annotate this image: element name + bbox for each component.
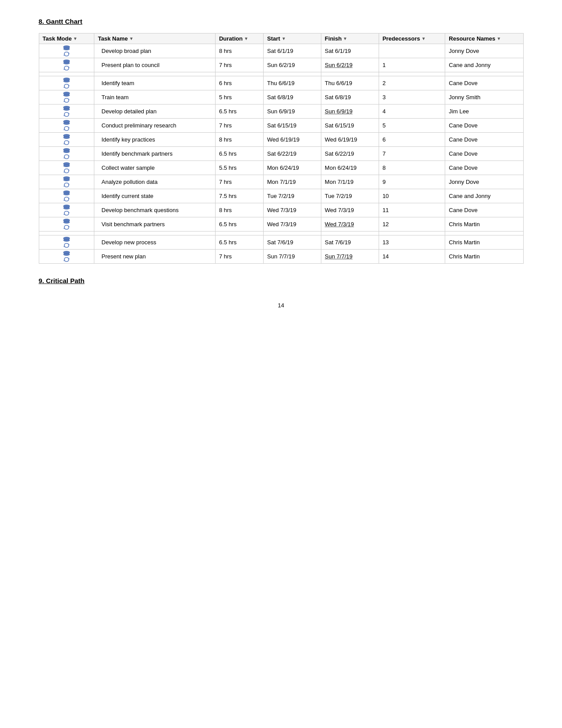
table-row: Develop benchmark questions8 hrsWed 7/3/… <box>39 203 523 217</box>
duration-cell: 6.5 hrs <box>215 147 263 161</box>
task-name-cell: Conduct preliminary research <box>94 119 216 133</box>
start-cell: Sat 6/8/19 <box>264 90 321 105</box>
finish-cell <box>321 72 379 76</box>
finish-cell: Sat 7/6/19 <box>321 235 379 250</box>
start-cell <box>264 72 321 76</box>
task-mode-top-icon <box>63 176 71 182</box>
resource-names-cell: Jonny Smith <box>445 90 523 105</box>
table-row: Present plan to council7 hrsSun 6/2/19Su… <box>39 58 523 72</box>
duration-cell: 7.5 hrs <box>215 189 263 203</box>
finish-cell: Sat 6/22/19 <box>321 147 379 161</box>
duration-cell: 7 hrs <box>215 175 263 189</box>
finish-cell: Mon 6/24/19 <box>321 161 379 175</box>
sort-arrow-task-name[interactable]: ▼ <box>129 36 134 41</box>
task-mode-cell <box>39 44 94 58</box>
th-finish[interactable]: Finish ▼ <box>321 34 379 44</box>
finish-cell: Thu 6/6/19 <box>321 76 379 90</box>
finish-cell: Sat 6/1/19 <box>321 44 379 58</box>
table-row: Identify current state7.5 hrsTue 7/2/19T… <box>39 189 523 203</box>
svg-marker-38 <box>68 184 70 185</box>
table-row: Analyze pollution data7 hrsMon 7/1/19Mon… <box>39 175 523 189</box>
sort-arrow-duration[interactable]: ▼ <box>244 36 248 41</box>
svg-marker-50 <box>68 226 70 227</box>
finish-cell: Wed 6/19/19 <box>321 133 379 147</box>
start-cell: Sat 6/15/19 <box>264 119 321 133</box>
resource-names-cell: Jonny Dove <box>445 175 523 189</box>
task-mode-bottom-icon <box>63 98 70 103</box>
duration-cell: 5.5 hrs <box>215 161 263 175</box>
task-name-cell: Collect water sample <box>94 161 216 175</box>
duration-cell <box>215 231 263 235</box>
task-mode-top-icon <box>63 92 71 97</box>
predecessors-cell: 4 <box>379 105 445 119</box>
task-mode-cell <box>39 119 94 133</box>
task-mode-top-icon <box>63 205 71 210</box>
task-mode-top-icon <box>63 134 71 140</box>
task-mode-cell <box>39 58 94 72</box>
task-name-cell: Identify team <box>94 76 216 90</box>
task-mode-top-icon <box>63 148 71 154</box>
th-task-name[interactable]: Task Name ▼ <box>94 34 216 44</box>
finish-cell: Tue 7/2/19 <box>321 189 379 203</box>
start-cell: Wed 7/3/19 <box>264 217 321 231</box>
th-start[interactable]: Start ▼ <box>264 34 321 44</box>
predecessors-cell <box>379 44 445 58</box>
th-predecessors[interactable]: Predecessors ▼ <box>379 34 445 44</box>
svg-point-1 <box>63 48 70 50</box>
section-heading-gantt: 8. Gantt Chart <box>39 18 524 25</box>
gantt-table: Task Mode ▼ Task Name ▼ Duration ▼ <box>39 33 524 264</box>
duration-cell: 8 hrs <box>215 133 263 147</box>
predecessors-cell: 13 <box>379 235 445 250</box>
task-mode-bottom-icon <box>63 140 70 145</box>
th-resource-names[interactable]: Resource Names ▼ <box>445 34 523 44</box>
start-cell: Sun 6/2/19 <box>264 58 321 72</box>
resource-names-cell: Chris Martin <box>445 217 523 231</box>
predecessors-cell: 9 <box>379 175 445 189</box>
predecessors-cell: 7 <box>379 147 445 161</box>
svg-point-45 <box>63 207 70 209</box>
start-cell: Sun 6/9/19 <box>264 105 321 119</box>
resource-names-cell: Cane and Jonny <box>445 189 523 203</box>
task-mode-top-icon <box>63 237 71 243</box>
svg-marker-34 <box>68 170 70 171</box>
svg-point-29 <box>63 151 70 153</box>
task-mode-top-icon <box>63 106 71 112</box>
finish-cell: Mon 7/1/19 <box>321 175 379 189</box>
duration-cell: 6.5 hrs <box>215 217 263 231</box>
task-name-cell: Develop benchmark questions <box>94 203 216 217</box>
task-mode-cell <box>39 175 94 189</box>
resource-names-cell: Cane and Jonny <box>445 58 523 72</box>
svg-marker-54 <box>68 244 70 245</box>
resource-names-cell: Cane Dove <box>445 147 523 161</box>
predecessors-cell <box>379 72 445 76</box>
predecessors-cell: 6 <box>379 133 445 147</box>
svg-point-5 <box>63 62 70 64</box>
svg-marker-42 <box>68 198 70 199</box>
sort-arrow-predecessors[interactable]: ▼ <box>421 36 426 41</box>
svg-point-57 <box>63 254 70 256</box>
sort-arrow-start[interactable]: ▼ <box>282 36 286 41</box>
svg-marker-58 <box>68 258 70 259</box>
th-task-mode[interactable]: Task Mode ▼ <box>39 34 94 44</box>
task-mode-bottom-icon <box>63 183 70 187</box>
predecessors-cell: 5 <box>379 119 445 133</box>
th-duration[interactable]: Duration ▼ <box>215 34 263 44</box>
svg-point-37 <box>63 179 70 181</box>
duration-cell: 7 hrs <box>215 119 263 133</box>
svg-point-49 <box>63 221 70 224</box>
table-row: Collect water sample5.5 hrsMon 6/24/19Mo… <box>39 161 523 175</box>
predecessors-cell <box>379 231 445 235</box>
start-cell: Tue 7/2/19 <box>264 189 321 203</box>
task-mode-bottom-icon <box>63 168 70 173</box>
table-row: Identify team6 hrsThu 6/6/19Thu 6/6/192C… <box>39 76 523 90</box>
svg-point-41 <box>63 193 70 195</box>
sort-arrow-task-mode[interactable]: ▼ <box>73 36 78 41</box>
task-mode-cell <box>39 133 94 147</box>
sort-arrow-finish[interactable]: ▼ <box>343 36 347 41</box>
task-name-cell <box>94 231 216 235</box>
task-name-cell: Identify key practices <box>94 133 216 147</box>
table-row <box>39 72 523 76</box>
finish-cell: Wed 7/3/19 <box>321 217 379 231</box>
resource-names-cell: Cane Dove <box>445 76 523 90</box>
sort-arrow-resource-names[interactable]: ▼ <box>497 36 501 41</box>
